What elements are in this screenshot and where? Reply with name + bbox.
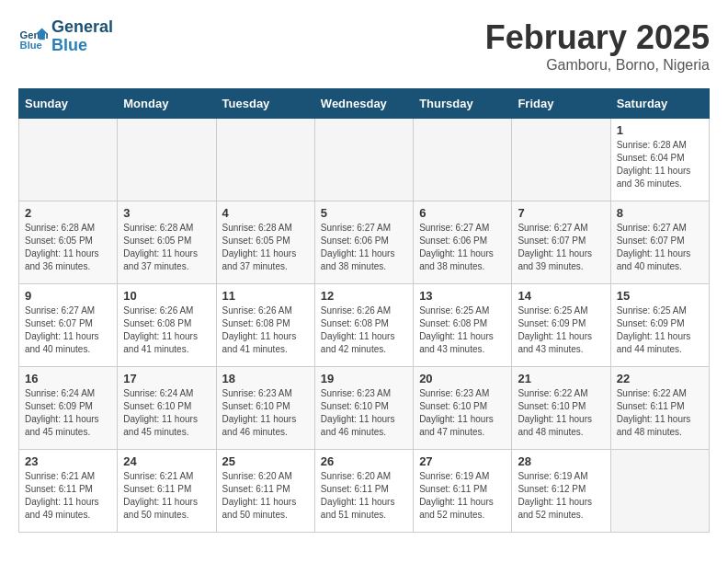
day-number: 18: [222, 372, 309, 385]
cell-content: Sunrise: 6:21 AM Sunset: 6:11 PM Dayligh…: [123, 470, 210, 522]
day-number: 4: [222, 206, 309, 220]
calendar-cell: 21Sunrise: 6:22 AM Sunset: 6:10 PM Dayli…: [512, 367, 610, 450]
logo-icon: General Blue: [18, 22, 48, 52]
day-number: 2: [25, 206, 111, 220]
day-number: 24: [123, 454, 210, 468]
cell-content: Sunrise: 6:25 AM Sunset: 6:09 PM Dayligh…: [518, 304, 604, 356]
calendar-cell: 16Sunrise: 6:24 AM Sunset: 6:09 PM Dayli…: [19, 367, 118, 450]
cell-content: Sunrise: 6:23 AM Sunset: 6:10 PM Dayligh…: [419, 387, 506, 439]
calendar-week-row: 16Sunrise: 6:24 AM Sunset: 6:09 PM Dayli…: [19, 367, 710, 450]
calendar-cell: 23Sunrise: 6:21 AM Sunset: 6:11 PM Dayli…: [19, 450, 118, 533]
col-header-saturday: Saturday: [610, 89, 709, 119]
cell-content: Sunrise: 6:19 AM Sunset: 6:12 PM Dayligh…: [518, 470, 604, 522]
month-year-title: February 2025: [485, 18, 710, 57]
svg-text:Blue: Blue: [20, 40, 42, 51]
col-header-friday: Friday: [512, 89, 610, 119]
calendar-cell: 8Sunrise: 6:27 AM Sunset: 6:07 PM Daylig…: [610, 201, 709, 284]
day-number: 19: [321, 372, 407, 385]
day-number: 20: [419, 372, 506, 385]
day-number: 16: [25, 372, 111, 385]
day-number: 3: [123, 206, 210, 220]
calendar-cell: 27Sunrise: 6:19 AM Sunset: 6:11 PM Dayli…: [414, 450, 512, 533]
calendar-cell: 7Sunrise: 6:27 AM Sunset: 6:07 PM Daylig…: [512, 201, 610, 284]
cell-content: Sunrise: 6:20 AM Sunset: 6:11 PM Dayligh…: [321, 470, 407, 522]
calendar-week-row: 2Sunrise: 6:28 AM Sunset: 6:05 PM Daylig…: [19, 201, 710, 284]
title-block: February 2025 Gamboru, Borno, Nigeria: [485, 18, 710, 74]
day-number: 11: [222, 289, 309, 303]
calendar-cell: 18Sunrise: 6:23 AM Sunset: 6:10 PM Dayli…: [216, 367, 314, 450]
cell-content: Sunrise: 6:25 AM Sunset: 6:08 PM Dayligh…: [419, 304, 506, 356]
col-header-wednesday: Wednesday: [314, 89, 413, 119]
col-header-tuesday: Tuesday: [216, 89, 314, 119]
cell-content: Sunrise: 6:26 AM Sunset: 6:08 PM Dayligh…: [321, 304, 407, 356]
day-number: 13: [419, 289, 506, 303]
cell-content: Sunrise: 6:28 AM Sunset: 6:05 PM Dayligh…: [222, 222, 309, 273]
col-header-sunday: Sunday: [19, 89, 118, 119]
calendar-cell: 15Sunrise: 6:25 AM Sunset: 6:09 PM Dayli…: [610, 284, 709, 367]
day-number: 12: [321, 289, 407, 303]
calendar-cell: [512, 119, 610, 201]
calendar-cell: 9Sunrise: 6:27 AM Sunset: 6:07 PM Daylig…: [19, 284, 118, 367]
location-subtitle: Gamboru, Borno, Nigeria: [485, 57, 710, 74]
calendar-header-row: SundayMondayTuesdayWednesdayThursdayFrid…: [19, 89, 710, 119]
day-number: 21: [518, 372, 604, 385]
calendar-cell: 11Sunrise: 6:26 AM Sunset: 6:08 PM Dayli…: [216, 284, 314, 367]
logo: General Blue General Blue: [18, 18, 113, 55]
calendar-cell: 5Sunrise: 6:27 AM Sunset: 6:06 PM Daylig…: [314, 201, 413, 284]
day-number: 9: [25, 289, 111, 303]
calendar-cell: 6Sunrise: 6:27 AM Sunset: 6:06 PM Daylig…: [414, 201, 512, 284]
calendar-cell: 1Sunrise: 6:28 AM Sunset: 6:04 PM Daylig…: [610, 119, 709, 201]
calendar-cell: [118, 119, 216, 201]
calendar-cell: [19, 119, 118, 201]
calendar-cell: [414, 119, 512, 201]
calendar-cell: 4Sunrise: 6:28 AM Sunset: 6:05 PM Daylig…: [216, 201, 314, 284]
cell-content: Sunrise: 6:24 AM Sunset: 6:10 PM Dayligh…: [123, 387, 210, 439]
day-number: 8: [617, 206, 703, 220]
calendar-cell: 12Sunrise: 6:26 AM Sunset: 6:08 PM Dayli…: [314, 284, 413, 367]
cell-content: Sunrise: 6:19 AM Sunset: 6:11 PM Dayligh…: [419, 470, 506, 522]
day-number: 10: [123, 289, 210, 303]
calendar-week-row: 1Sunrise: 6:28 AM Sunset: 6:04 PM Daylig…: [19, 119, 710, 201]
cell-content: Sunrise: 6:23 AM Sunset: 6:10 PM Dayligh…: [321, 387, 407, 439]
cell-content: Sunrise: 6:20 AM Sunset: 6:11 PM Dayligh…: [222, 470, 309, 522]
calendar-cell: 3Sunrise: 6:28 AM Sunset: 6:05 PM Daylig…: [118, 201, 216, 284]
cell-content: Sunrise: 6:27 AM Sunset: 6:07 PM Dayligh…: [617, 222, 703, 273]
day-number: 14: [518, 289, 604, 303]
day-number: 22: [617, 372, 703, 385]
cell-content: Sunrise: 6:27 AM Sunset: 6:07 PM Dayligh…: [518, 222, 604, 273]
calendar-cell: 10Sunrise: 6:26 AM Sunset: 6:08 PM Dayli…: [118, 284, 216, 367]
calendar-table: SundayMondayTuesdayWednesdayThursdayFrid…: [18, 88, 710, 533]
cell-content: Sunrise: 6:25 AM Sunset: 6:09 PM Dayligh…: [617, 304, 703, 356]
calendar-cell: 28Sunrise: 6:19 AM Sunset: 6:12 PM Dayli…: [512, 450, 610, 533]
day-number: 25: [222, 454, 309, 468]
calendar-cell: [216, 119, 314, 201]
day-number: 1: [617, 123, 703, 137]
col-header-thursday: Thursday: [414, 89, 512, 119]
calendar-cell: 19Sunrise: 6:23 AM Sunset: 6:10 PM Dayli…: [314, 367, 413, 450]
cell-content: Sunrise: 6:28 AM Sunset: 6:05 PM Dayligh…: [25, 222, 111, 273]
calendar-week-row: 9Sunrise: 6:27 AM Sunset: 6:07 PM Daylig…: [19, 284, 710, 367]
page-header: General Blue General Blue February 2025 …: [18, 18, 710, 74]
cell-content: Sunrise: 6:24 AM Sunset: 6:09 PM Dayligh…: [25, 387, 111, 439]
calendar-cell: [314, 119, 413, 201]
calendar-cell: 24Sunrise: 6:21 AM Sunset: 6:11 PM Dayli…: [118, 450, 216, 533]
calendar-cell: 26Sunrise: 6:20 AM Sunset: 6:11 PM Dayli…: [314, 450, 413, 533]
day-number: 17: [123, 372, 210, 385]
day-number: 5: [321, 206, 407, 220]
calendar-cell: [610, 450, 709, 533]
calendar-cell: 22Sunrise: 6:22 AM Sunset: 6:11 PM Dayli…: [610, 367, 709, 450]
cell-content: Sunrise: 6:21 AM Sunset: 6:11 PM Dayligh…: [25, 470, 111, 522]
cell-content: Sunrise: 6:22 AM Sunset: 6:11 PM Dayligh…: [617, 387, 703, 439]
cell-content: Sunrise: 6:26 AM Sunset: 6:08 PM Dayligh…: [222, 304, 309, 356]
cell-content: Sunrise: 6:27 AM Sunset: 6:06 PM Dayligh…: [321, 222, 407, 273]
cell-content: Sunrise: 6:26 AM Sunset: 6:08 PM Dayligh…: [123, 304, 210, 356]
day-number: 7: [518, 206, 604, 220]
day-number: 27: [419, 454, 506, 468]
day-number: 28: [518, 454, 604, 468]
calendar-cell: 17Sunrise: 6:24 AM Sunset: 6:10 PM Dayli…: [118, 367, 216, 450]
day-number: 15: [617, 289, 703, 303]
cell-content: Sunrise: 6:27 AM Sunset: 6:07 PM Dayligh…: [25, 304, 111, 356]
calendar-cell: 2Sunrise: 6:28 AM Sunset: 6:05 PM Daylig…: [19, 201, 118, 284]
calendar-cell: 20Sunrise: 6:23 AM Sunset: 6:10 PM Dayli…: [414, 367, 512, 450]
calendar-week-row: 23Sunrise: 6:21 AM Sunset: 6:11 PM Dayli…: [19, 450, 710, 533]
